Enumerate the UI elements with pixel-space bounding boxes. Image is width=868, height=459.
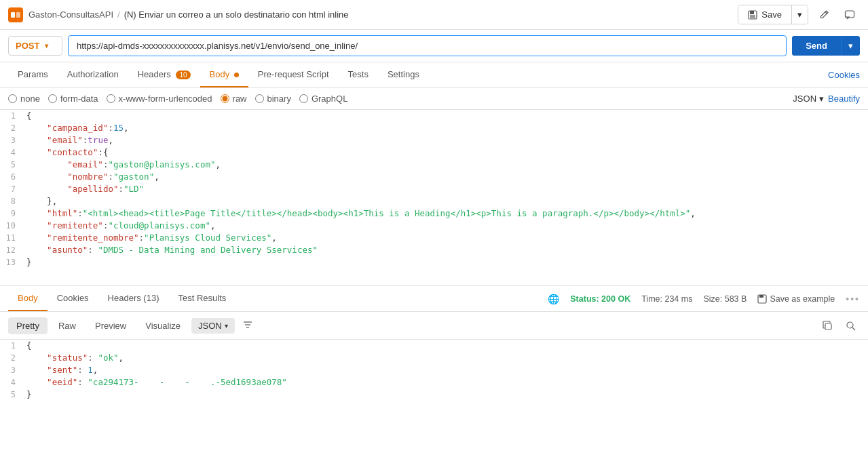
app-icon [8, 7, 23, 22]
beautify-button[interactable]: Beautify [828, 94, 860, 104]
code-line-11: 11 "remitente_nombre":"Planisys Cloud Se… [0, 232, 868, 244]
body-options-right: JSON ▾ Beautify [793, 94, 860, 104]
send-dropdown-button[interactable]: ▾ [841, 36, 860, 56]
top-bar: Gaston-ConsultasAPI / (N) Enviar un corr… [0, 0, 868, 30]
globe-icon: 🌐 [548, 294, 559, 304]
svg-rect-1 [16, 12, 20, 18]
response-meta: 🌐 Status: 200 OK Time: 234 ms Size: 583 … [548, 294, 860, 304]
search-response-button[interactable] [841, 316, 860, 335]
url-input[interactable] [68, 35, 787, 56]
save-example-button[interactable]: Save as example [757, 294, 835, 304]
radio-graphql[interactable]: GraphQL [299, 94, 347, 104]
filter-icon [243, 320, 252, 330]
tab-params[interactable]: Params [8, 62, 58, 87]
top-bar-left: Gaston-ConsultasAPI / (N) Enviar un corr… [8, 7, 738, 22]
response-status: Status: 200 OK [570, 294, 630, 304]
more-options-button[interactable]: ••• [846, 294, 860, 304]
json-fmt-chevron-icon: ▾ [225, 322, 228, 330]
cookies-link[interactable]: Cookies [828, 70, 860, 80]
svg-rect-0 [11, 12, 15, 18]
body-options: none form-data x-www-form-urlencoded raw… [0, 88, 868, 110]
code-line-13: 13 } [0, 256, 868, 268]
code-line-12: 12 "asunto": "DMDS - Data Mining and Del… [0, 244, 868, 256]
code-line-4: 4 "contacto":{ [0, 146, 868, 159]
search-icon [846, 321, 856, 331]
fmt-tab-preview[interactable]: Preview [87, 317, 134, 334]
response-size: Size: 583 B [703, 294, 747, 304]
radio-urlencoded[interactable]: x-www-form-urlencoded [107, 94, 212, 104]
comment-button[interactable] [839, 5, 860, 25]
svg-rect-4 [750, 15, 755, 18]
json-format-select[interactable]: JSON ▾ [793, 94, 824, 104]
workspace-name[interactable]: Gaston-ConsultasAPI [29, 9, 113, 20]
save-button[interactable]: Save [738, 5, 791, 24]
svg-rect-3 [750, 11, 754, 14]
svg-rect-11 [825, 323, 831, 330]
code-line-8: 8 }, [0, 195, 868, 207]
request-tabs: Params Authorization Headers 10 Body Pre… [0, 62, 868, 88]
breadcrumb: Gaston-ConsultasAPI / (N) Enviar un corr… [29, 9, 349, 20]
response-line-1: 1 { [0, 340, 868, 352]
tab-tests[interactable]: Tests [339, 62, 378, 87]
response-body-editor[interactable]: 1 { 2 "status": "ok", 3 "sent": 1, 4 "ee… [0, 340, 868, 428]
response-time: Time: 234 ms [641, 294, 692, 304]
radio-none[interactable]: none [8, 94, 40, 104]
edit-button[interactable] [814, 5, 834, 25]
code-line-3: 3 "email":true, [0, 134, 868, 146]
response-actions [818, 316, 860, 335]
radio-binary[interactable]: binary [255, 94, 291, 104]
code-line-6: 6 "nombre":"gaston", [0, 171, 868, 183]
response-format-bar: Pretty Raw Preview Visualize JSON ▾ [0, 312, 868, 340]
response-json-format-select[interactable]: JSON ▾ [191, 318, 235, 334]
code-line-10: 10 "remitente":"cloud@planisys.com", [0, 220, 868, 232]
filter-button[interactable] [238, 317, 258, 335]
code-line-5: 5 "email":"gaston@planisys.com", [0, 159, 868, 171]
response-tab-cookies[interactable]: Cookies [48, 286, 98, 311]
save-btn-group: Save ▾ [738, 5, 808, 24]
response-line-3: 3 "sent": 1, [0, 364, 868, 376]
url-bar: POST ▾ Send ▾ [0, 30, 868, 62]
save-dropdown-button[interactable]: ▾ [791, 5, 808, 24]
json-chevron-icon: ▾ [819, 94, 824, 104]
body-dot [234, 73, 239, 77]
save-example-icon [757, 294, 767, 304]
response-line-2: 2 "status": "ok", [0, 352, 868, 364]
response-line-5: 5 } [0, 388, 868, 401]
edit-icon [819, 9, 829, 20]
send-btn-group: Send ▾ [792, 36, 860, 56]
fmt-tab-pretty[interactable]: Pretty [8, 317, 48, 334]
code-line-1: 1 { [0, 110, 868, 122]
tab-authorization[interactable]: Authorization [58, 62, 128, 87]
top-bar-right: Save ▾ [738, 5, 860, 25]
send-button[interactable]: Send [792, 36, 841, 56]
svg-rect-7 [759, 295, 763, 298]
tab-settings[interactable]: Settings [378, 62, 429, 87]
tab-pre-request[interactable]: Pre-request Script [248, 62, 339, 87]
code-line-7: 7 "apellido":"LD" [0, 183, 868, 195]
save-icon [748, 10, 757, 20]
method-select[interactable]: POST ▾ [8, 36, 62, 56]
response-line-4: 4 "eeid": "ca294173- - - .-5ed1693ae078" [0, 376, 868, 388]
copy-icon [823, 321, 833, 331]
breadcrumb-sep: / [117, 9, 120, 20]
response-tab-test-results[interactable]: Test Results [168, 286, 235, 311]
comment-icon [844, 9, 855, 20]
response-tab-headers[interactable]: Headers (13) [98, 286, 169, 311]
radio-form-data[interactable]: form-data [48, 94, 98, 104]
method-chevron-icon: ▾ [45, 42, 48, 49]
svg-line-13 [852, 327, 855, 330]
radio-raw[interactable]: raw [221, 94, 247, 104]
svg-point-12 [847, 322, 853, 328]
response-tab-body[interactable]: Body [8, 286, 48, 311]
request-title: (N) Enviar un correo a un solo destinata… [124, 9, 349, 20]
headers-badge: 10 [176, 71, 190, 79]
code-line-9: 9 "html":"<html><head><title>Page Title<… [0, 207, 868, 220]
code-line-2: 2 "campana_id":15, [0, 122, 868, 134]
tab-body[interactable]: Body [200, 62, 248, 87]
request-body-editor[interactable]: 1 { 2 "campana_id":15, 3 "email":true, 4… [0, 110, 868, 286]
copy-response-button[interactable] [818, 316, 837, 335]
tab-headers[interactable]: Headers 10 [128, 62, 200, 87]
fmt-tab-raw[interactable]: Raw [50, 317, 84, 334]
response-tabs-bar: Body Cookies Headers (13) Test Results 🌐… [0, 286, 868, 312]
fmt-tab-visualize[interactable]: Visualize [137, 317, 189, 334]
